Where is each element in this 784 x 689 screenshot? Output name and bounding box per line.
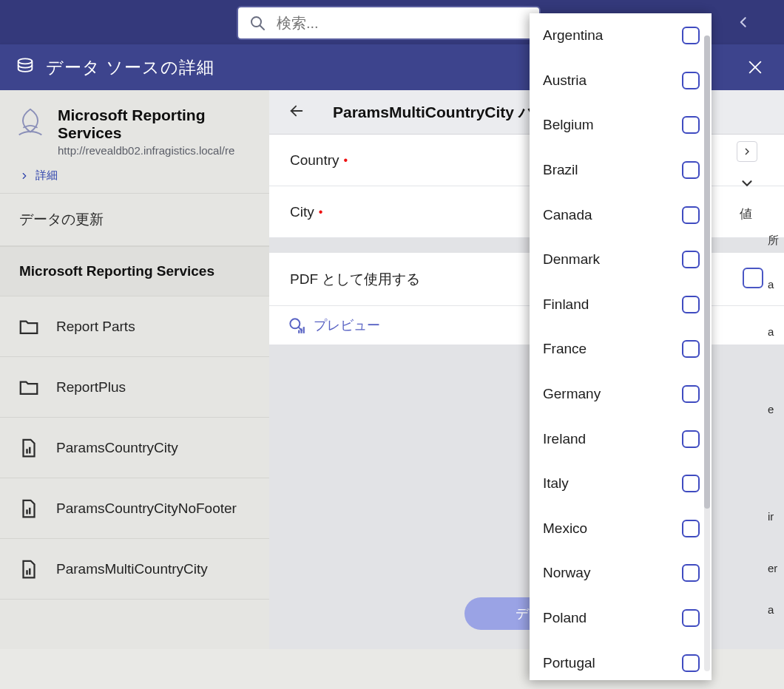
svg-rect-9	[26, 570, 28, 574]
list-item-label: Report Parts	[56, 319, 135, 335]
datasource-details-link[interactable]: 詳細	[0, 160, 269, 194]
scrollbar-thumb[interactable]	[704, 35, 710, 509]
datasource-panel: Microsoft Reporting Services http://reve…	[0, 90, 269, 649]
chevron-right-icon[interactable]	[737, 141, 757, 162]
report-icon	[18, 437, 40, 459]
country-option-label: Canada	[543, 207, 592, 223]
checkbox[interactable]	[682, 161, 700, 179]
back-button[interactable]	[288, 103, 305, 122]
country-option[interactable]: Finland	[530, 282, 712, 327]
svg-rect-16	[303, 327, 305, 333]
country-option-label: Argentina	[543, 27, 603, 44]
checkbox[interactable]	[682, 475, 700, 492]
country-option[interactable]: Ireland	[530, 416, 712, 461]
top-back-button[interactable]	[732, 10, 756, 34]
country-option-label: Germany	[543, 386, 601, 402]
checkbox[interactable]	[682, 654, 700, 672]
country-option[interactable]: Mexico	[530, 506, 712, 551]
country-option-label: Italy	[543, 475, 569, 492]
country-option[interactable]: Italy	[530, 461, 712, 506]
country-option[interactable]: Germany	[530, 372, 712, 417]
svg-rect-5	[26, 449, 28, 453]
country-option[interactable]: Belgium	[530, 103, 712, 148]
preview-label: プレビュー	[314, 316, 380, 334]
refresh-label: データの更新	[19, 211, 104, 227]
required-dot-icon: •	[344, 154, 348, 167]
search-icon	[249, 14, 266, 32]
svg-line-1	[260, 26, 265, 30]
close-icon[interactable]	[747, 59, 763, 78]
list-item[interactable]: ReportPlus	[0, 357, 269, 418]
country-option[interactable]: Poland	[530, 596, 712, 641]
checkbox[interactable]	[682, 520, 700, 537]
country-option[interactable]: Argentina	[530, 13, 712, 58]
country-option[interactable]: Norway	[530, 551, 712, 596]
checkbox[interactable]	[682, 72, 700, 89]
checkbox[interactable]	[682, 340, 700, 358]
list-item-label: ParamsCountryCity	[56, 440, 178, 456]
checkbox[interactable]	[682, 251, 700, 268]
country-dropdown-popover: ArgentinaAustriaBelgiumBrazilCanadaDenma…	[530, 13, 712, 680]
value-checkbox[interactable]	[743, 268, 763, 288]
country-option-label: Denmark	[543, 251, 600, 268]
country-option[interactable]: Brazil	[530, 148, 712, 193]
peek-text: a	[768, 325, 774, 338]
param-label: PDF として使用する	[290, 270, 420, 289]
peek-text: e	[768, 403, 774, 415]
modal-title: データ ソースの詳細	[46, 56, 214, 79]
list-item[interactable]: ParamsCountryCityNoFooter	[0, 478, 269, 539]
country-option-label: Belgium	[543, 117, 594, 133]
folder-icon	[18, 316, 40, 338]
parameters-title: ParamsMultiCountryCity パラ	[333, 102, 551, 123]
report-icon	[18, 558, 40, 580]
country-option[interactable]: Austria	[530, 58, 712, 103]
list-item-label: ParamsMultiCountryCity	[56, 561, 208, 577]
chevron-down-icon[interactable]	[739, 175, 755, 194]
country-option[interactable]: France	[530, 327, 712, 372]
param-label: City	[290, 204, 314, 220]
country-option-label: Ireland	[543, 431, 586, 447]
provider-title: Microsoft Reporting Services	[0, 246, 269, 296]
checkbox[interactable]	[682, 296, 700, 313]
svg-rect-10	[29, 568, 31, 574]
sql-server-icon	[13, 106, 47, 140]
svg-rect-15	[300, 328, 302, 333]
checkbox[interactable]	[682, 27, 700, 44]
required-dot-icon: •	[319, 206, 323, 219]
country-option[interactable]: Canada	[530, 192, 712, 237]
details-label: 詳細	[36, 169, 58, 183]
peek-text: a	[768, 278, 774, 291]
provider-label: Microsoft Reporting Services	[19, 263, 214, 279]
preview-icon	[287, 316, 306, 335]
report-icon	[18, 498, 40, 520]
country-option-label: Brazil	[543, 162, 578, 178]
list-item[interactable]: Report Parts	[0, 296, 269, 357]
country-option[interactable]: Portugal	[530, 640, 712, 680]
list-item[interactable]: ParamsCountryCity	[0, 418, 269, 478]
list-item-label: ParamsCountryCityNoFooter	[56, 500, 237, 517]
folder-icon	[18, 376, 40, 398]
search-box[interactable]	[237, 6, 541, 40]
country-option[interactable]: Denmark	[530, 237, 712, 282]
svg-rect-7	[26, 509, 28, 514]
datasource-header: Microsoft Reporting Services http://reve…	[0, 90, 269, 160]
svg-rect-8	[29, 507, 31, 514]
checkbox[interactable]	[682, 116, 700, 134]
search-input[interactable]	[277, 15, 529, 32]
checkbox[interactable]	[682, 609, 700, 627]
list-item[interactable]: ParamsMultiCountryCity	[0, 539, 269, 600]
peek-text: ir	[768, 510, 774, 523]
country-option-label: Mexico	[543, 520, 587, 537]
checkbox[interactable]	[682, 564, 700, 582]
list-item-label: ReportPlus	[56, 379, 126, 396]
country-option-label: Portugal	[543, 655, 595, 671]
peek-text: er	[768, 562, 777, 574]
data-refresh-row[interactable]: データの更新	[0, 194, 269, 246]
checkbox[interactable]	[682, 430, 700, 448]
country-option-label: Norway	[543, 565, 590, 581]
checkbox[interactable]	[682, 206, 700, 224]
checkbox[interactable]	[682, 385, 700, 403]
datasource-name: Microsoft Reporting Services	[58, 106, 256, 142]
country-option-label: France	[543, 341, 587, 357]
datasource-url: http://revealdb02.infragistics.local/re	[58, 144, 256, 157]
